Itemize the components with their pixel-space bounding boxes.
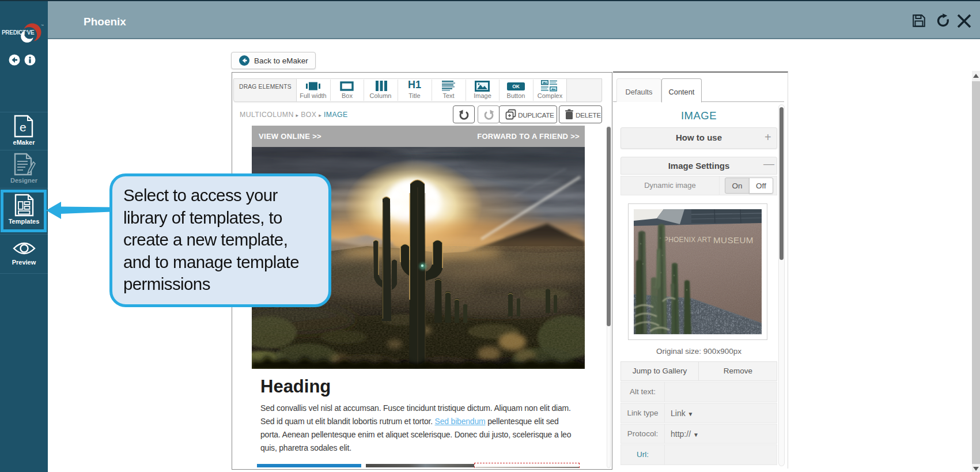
svg-text:PHOENIX ART: PHOENIX ART [664, 236, 712, 244]
svg-text:™: ™ [41, 24, 44, 27]
svg-text:e: e [20, 120, 27, 134]
svg-text:PREDICT’VE: PREDICT’VE [2, 29, 35, 36]
svg-text:MUSEUM: MUSEUM [713, 235, 754, 245]
